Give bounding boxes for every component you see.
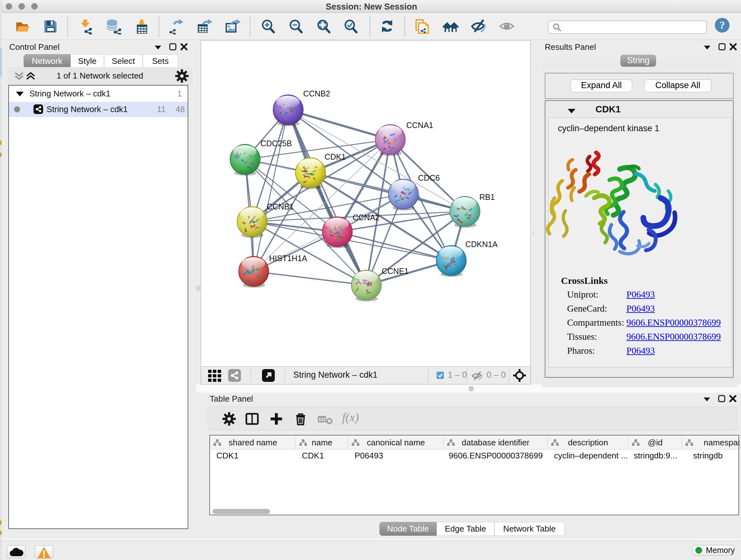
- svg-text:HIST1H1A: HIST1H1A: [269, 254, 307, 263]
- svg-text:?: ?: [720, 19, 725, 31]
- svg-text:RB1: RB1: [479, 192, 495, 201]
- svg-text:CCNE1: CCNE1: [382, 266, 409, 275]
- svg-text:CCNB2: CCNB2: [303, 89, 330, 98]
- svg-text:CDK1: CDK1: [325, 152, 346, 161]
- svg-text:CDC6: CDC6: [418, 173, 440, 182]
- svg-text:CCNB1: CCNB1: [267, 202, 294, 211]
- svg-text:CDC25B: CDC25B: [260, 139, 292, 148]
- svg-text:CDKN1A: CDKN1A: [465, 240, 498, 249]
- svg-text:CCNA1: CCNA1: [406, 121, 433, 130]
- svg-text:CCNA2: CCNA2: [353, 213, 380, 222]
